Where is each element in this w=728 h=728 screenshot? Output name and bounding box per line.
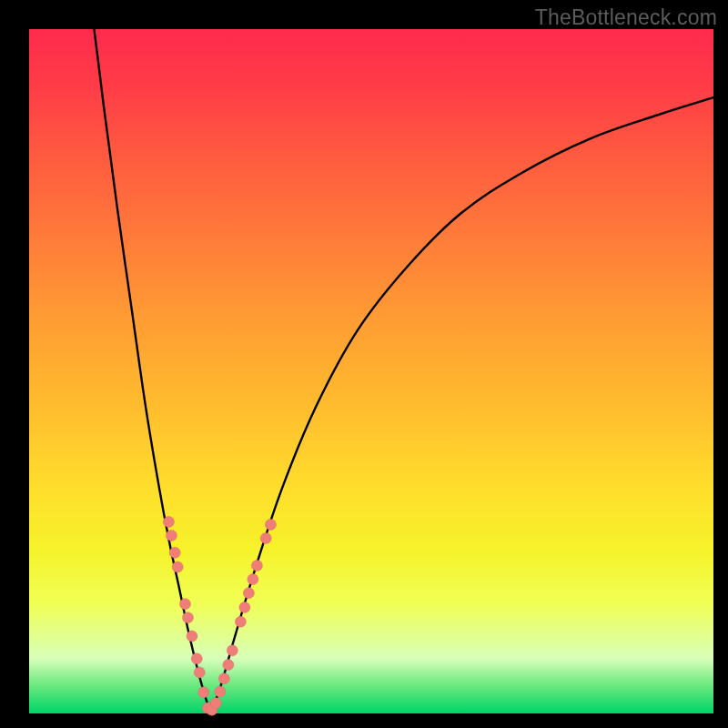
data-marker — [218, 673, 229, 684]
data-marker — [243, 588, 254, 599]
data-marker — [239, 602, 250, 612]
chart-frame: TheBottleneck.com — [0, 0, 728, 728]
data-marker — [260, 532, 271, 543]
data-marker — [198, 687, 209, 698]
curve-group — [94, 29, 713, 713]
plot-area — [29, 29, 713, 713]
data-marker — [187, 631, 197, 642]
marker-group — [163, 516, 276, 715]
data-marker — [169, 547, 180, 558]
data-marker — [215, 686, 226, 697]
data-marker — [182, 612, 193, 623]
data-marker — [265, 519, 276, 530]
watermark-text: TheBottleneck.com — [535, 5, 717, 30]
data-marker — [166, 530, 177, 541]
chart-svg — [29, 29, 713, 713]
data-marker — [251, 561, 262, 571]
data-marker — [172, 561, 183, 572]
curve-left-branch — [94, 29, 210, 713]
data-marker — [194, 667, 205, 678]
data-marker — [223, 660, 234, 671]
data-marker — [191, 653, 202, 664]
data-marker — [163, 516, 174, 527]
curve-right-branch — [210, 97, 713, 713]
data-marker — [210, 698, 221, 709]
data-marker — [179, 599, 190, 610]
data-marker — [235, 616, 246, 627]
data-marker — [227, 645, 238, 656]
data-marker — [248, 574, 258, 585]
